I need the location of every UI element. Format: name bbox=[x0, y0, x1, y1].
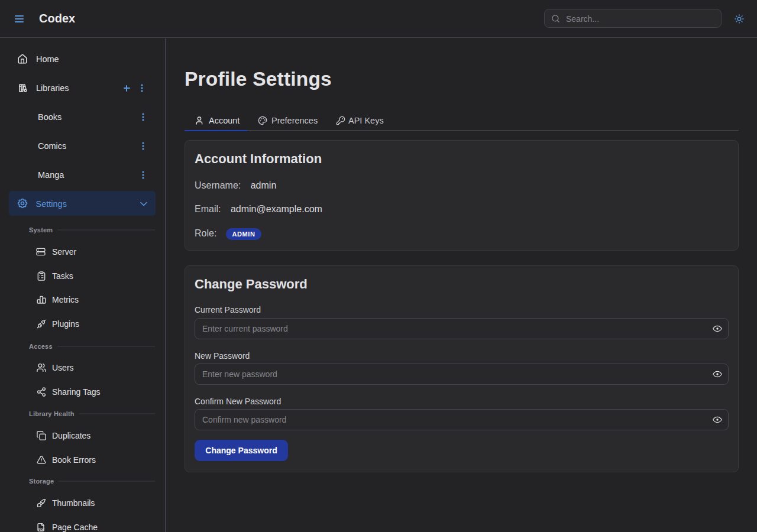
svg-text:PDF: PDF bbox=[38, 528, 45, 531]
